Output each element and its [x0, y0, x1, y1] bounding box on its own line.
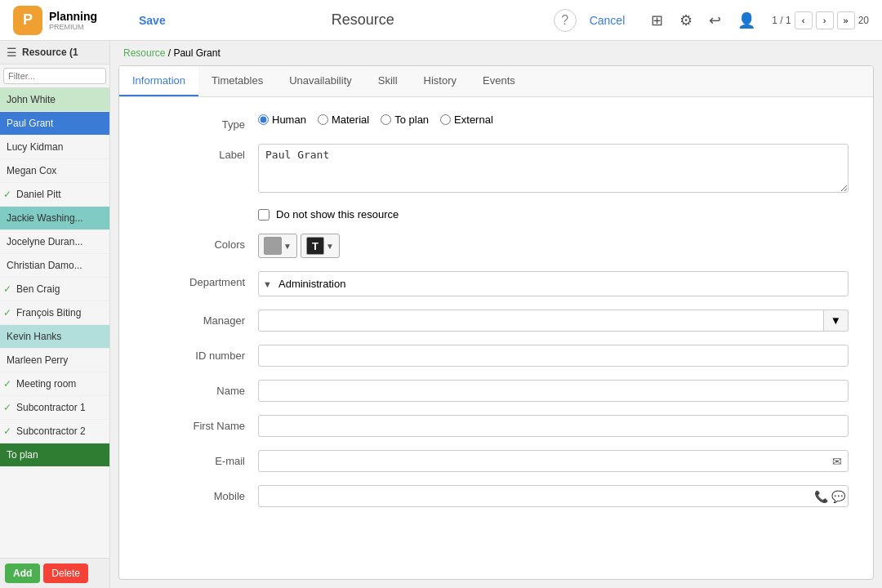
last-page-button[interactable]: »: [837, 11, 855, 29]
email-row: E-mail ✉: [144, 450, 849, 472]
sidebar-item-label: Marleen Perry: [7, 354, 68, 366]
manager-input[interactable]: [258, 310, 824, 332]
sidebar-item-christian-damo[interactable]: Christian Damo...: [0, 254, 109, 278]
name-wrap: [258, 380, 849, 402]
first-name-wrap: [258, 415, 849, 437]
sidebar-item-jocelyne-duran[interactable]: Jocelyne Duran...: [0, 230, 109, 254]
prev-page-button[interactable]: ‹: [795, 11, 813, 29]
do-not-show-row: Do not show this resource: [258, 208, 849, 220]
sidebar-item-marleen-perry[interactable]: Marleen Perry: [0, 349, 109, 372]
sidebar-item-label: Subcontractor 2: [16, 425, 86, 437]
sidebar-item-paul-grant[interactable]: Paul Grant: [0, 112, 109, 136]
sidebar-toggle-icon[interactable]: ☰: [7, 46, 17, 59]
type-external-radio[interactable]: [440, 114, 451, 125]
tab-events[interactable]: Events: [470, 66, 528, 96]
name-row: Name: [144, 380, 849, 402]
sidebar-item-label: Kevin Hanks: [7, 331, 61, 342]
text-color-button[interactable]: T ▼: [301, 234, 340, 258]
mobile-icons: 📞 💬: [814, 490, 845, 503]
save-button[interactable]: Save: [132, 11, 172, 30]
email-wrap: ✉: [258, 450, 849, 472]
pagination: 1 / 1 ‹ › » 20: [772, 11, 869, 29]
id-number-input[interactable]: [258, 345, 849, 367]
layers-icon[interactable]: ⊞: [648, 8, 666, 33]
colors-label: Colors: [144, 234, 258, 251]
tab-timetables[interactable]: Timetables: [198, 66, 276, 96]
user-icon[interactable]: 👤: [734, 8, 759, 33]
sidebar-header-text: Resource (1: [22, 47, 78, 58]
type-row: Type Human Material: [144, 114, 849, 131]
type-toplan-label: To plan: [394, 114, 429, 126]
mobile-input[interactable]: [258, 485, 849, 507]
type-material-label: Material: [332, 114, 369, 126]
sidebar-item-label: Megan Cox: [7, 165, 56, 176]
sidebar-filter: [0, 65, 109, 88]
mobile-row: Mobile 📞 💬: [144, 485, 849, 507]
tab-information[interactable]: Information: [119, 66, 198, 96]
sidebar-item-subcontractor1[interactable]: ✓ Subcontractor 1: [0, 396, 109, 420]
first-name-input[interactable]: [258, 415, 849, 437]
logo-text: Planning PREMIUM: [49, 10, 97, 31]
tab-history[interactable]: History: [411, 66, 470, 96]
sidebar-search-input[interactable]: [3, 68, 106, 84]
share-icon[interactable]: ↩: [706, 8, 724, 33]
mobile-label: Mobile: [144, 485, 258, 502]
label-textarea[interactable]: Paul Grant: [258, 144, 849, 193]
type-radio-group: Human Material To plan: [258, 114, 849, 126]
sidebar-item-meeting-room[interactable]: ✓ Meeting room: [0, 372, 109, 396]
name-input[interactable]: [258, 380, 849, 402]
type-material-radio[interactable]: [318, 114, 328, 125]
email-input-group: ✉: [258, 450, 849, 472]
text-color-arrow: ▼: [326, 242, 334, 251]
email-input[interactable]: [258, 450, 849, 472]
manager-wrap-outer: ▼: [258, 310, 849, 332]
sidebar-item-subcontractor2[interactable]: ✓ Subcontractor 2: [0, 420, 109, 443]
name-label: Name: [144, 380, 258, 397]
breadcrumb-link[interactable]: Resource: [123, 47, 165, 59]
department-select-wrap: ▼ Administration: [258, 271, 849, 296]
form-body: Type Human Material: [119, 97, 873, 537]
sidebar-item-francois-biting[interactable]: ✓ François Biting: [0, 301, 109, 325]
logo-area: P Planning PREMIUM: [13, 6, 119, 35]
sidebar-item-label: To plan: [7, 449, 38, 461]
sidebar-item-jackie-washing[interactable]: Jackie Washing...: [0, 207, 109, 230]
first-name-label: First Name: [144, 415, 258, 432]
type-material-option[interactable]: Material: [318, 114, 369, 126]
tab-skill[interactable]: Skill: [365, 66, 411, 96]
top-icons: ⊞ ⚙ ↩ 👤: [648, 8, 759, 33]
sidebar-item-kevin-hanks[interactable]: Kevin Hanks: [0, 325, 109, 349]
id-number-row: ID number: [144, 345, 849, 367]
sidebar-item-john-white[interactable]: John White: [0, 88, 109, 112]
type-human-radio[interactable]: [258, 114, 269, 125]
check-icon: ✓: [3, 307, 11, 318]
sidebar-item-label: John White: [7, 94, 56, 105]
breadcrumb-current: Paul Grant: [173, 47, 220, 59]
tab-unavailability[interactable]: Unavailability: [276, 66, 365, 96]
type-toplan-radio[interactable]: [381, 114, 391, 125]
type-human-option[interactable]: Human: [258, 114, 306, 126]
delete-button[interactable]: Delete: [43, 564, 88, 583]
type-human-label: Human: [272, 114, 306, 126]
department-select[interactable]: Administration: [258, 271, 849, 296]
manager-input-group: ▼: [258, 310, 849, 332]
sidebar-item-daniel-pitt[interactable]: ✓ Daniel Pitt: [0, 183, 109, 207]
breadcrumb: Resource / Paul Grant: [110, 41, 882, 65]
sidebar-item-megan-cox[interactable]: Megan Cox: [0, 159, 109, 183]
do-not-show-checkbox[interactable]: [258, 209, 270, 220]
type-toplan-option[interactable]: To plan: [381, 114, 429, 126]
settings-icon[interactable]: ⚙: [676, 8, 696, 33]
type-external-option[interactable]: External: [440, 114, 493, 126]
email-label: E-mail: [144, 450, 258, 467]
add-button[interactable]: Add: [5, 564, 40, 583]
sidebar-item-to-plan[interactable]: To plan: [0, 443, 109, 467]
cancel-button[interactable]: Cancel: [590, 14, 626, 27]
sidebar-item-ben-craig[interactable]: ✓ Ben Craig: [0, 278, 109, 301]
next-page-button[interactable]: ›: [816, 11, 834, 29]
manager-dropdown-button[interactable]: ▼: [824, 310, 849, 332]
sidebar-item-lucy-kidman[interactable]: Lucy Kidman: [0, 136, 109, 159]
check-icon: ✓: [3, 402, 11, 413]
bg-color-button[interactable]: ▼: [258, 234, 297, 258]
manager-label: Manager: [144, 310, 258, 327]
help-button[interactable]: ?: [554, 9, 577, 32]
department-arrow-icon: ▼: [263, 279, 272, 289]
